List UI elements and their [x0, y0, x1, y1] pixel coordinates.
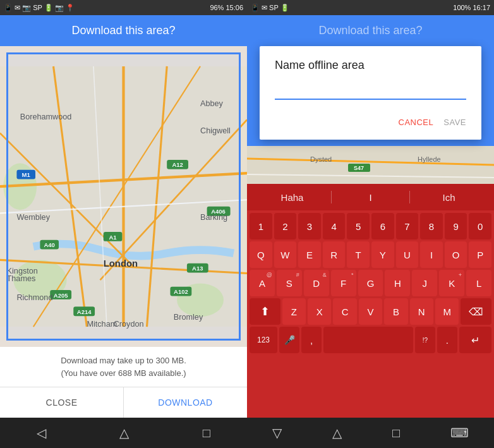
keyboard-nav-icon[interactable]: ⌨: [450, 425, 469, 440]
mic-key[interactable]: 🎤: [279, 327, 299, 353]
map-selection-box: [6, 52, 241, 341]
battery-left: 96%: [210, 4, 224, 11]
key-7[interactable]: 7: [396, 213, 419, 239]
recent-nav-icon[interactable]: □: [203, 426, 210, 440]
time-right: 16:17: [473, 4, 490, 11]
key-u[interactable]: U: [396, 241, 419, 268]
svg-text:Dysted: Dysted: [310, 155, 332, 163]
map-background: M1 A1 A12 A406 A40 A13 A205 A214 A102 Bo…: [0, 46, 247, 347]
back-nav-icon[interactable]: ◁: [37, 425, 46, 440]
suggestion-i[interactable]: I: [332, 192, 409, 203]
home-nav-icon[interactable]: △: [119, 425, 129, 440]
key-a[interactable]: @A: [250, 270, 275, 296]
download-info-line2: (You have over 688 MB available.): [10, 367, 237, 380]
key-s[interactable]: #S: [277, 270, 302, 296]
qwerty-row: Q W E R T Y U I O P: [250, 241, 491, 268]
close-button[interactable]: CLOSE: [0, 387, 124, 418]
key-d[interactable]: &D: [304, 270, 329, 296]
key-t[interactable]: T: [347, 241, 370, 268]
dialog-title: Name offline area: [275, 59, 466, 72]
key-o[interactable]: O: [445, 241, 467, 268]
suggestion-ich[interactable]: Ich: [410, 192, 488, 203]
right-panel: 📱 ✉ SP 🔋 100% 16:17 Download this area? …: [247, 0, 494, 448]
key-n[interactable]: N: [410, 298, 433, 325]
key-j[interactable]: J: [412, 270, 437, 296]
key-9[interactable]: 9: [445, 213, 467, 239]
key-4[interactable]: 4: [323, 213, 346, 239]
key-1[interactable]: 1: [250, 213, 272, 239]
map-glimpse-svg: Dysted Hyllede S47: [247, 146, 494, 184]
key-k[interactable]: +K: [439, 270, 464, 296]
period-key[interactable]: .: [437, 327, 457, 353]
key-z[interactable]: Z: [282, 298, 306, 325]
key-6[interactable]: 6: [371, 213, 394, 239]
key-e[interactable]: E: [298, 241, 321, 268]
key-g[interactable]: G: [358, 270, 383, 296]
key-l[interactable]: L: [466, 270, 491, 296]
key-i[interactable]: I: [420, 241, 443, 268]
time-left: 15:06: [226, 4, 243, 11]
home-nav-icon-right[interactable]: △: [332, 425, 342, 440]
left-status-icons: 📱 ✉ 📷 SP 🔋 📷 📍: [4, 4, 75, 12]
zxcv-row: ⬆ Z X C V B N M ⌫: [250, 298, 491, 325]
header-title-left: Download this area?: [10, 24, 237, 37]
suggestion-haha[interactable]: Haha: [253, 192, 331, 203]
key-b[interactable]: B: [384, 298, 407, 325]
key-q[interactable]: Q: [250, 241, 272, 268]
status-bar-left: 📱 ✉ 📷 SP 🔋 📷 📍 96% 15:06: [0, 0, 247, 15]
header-left: Download this area?: [0, 15, 247, 46]
space-key[interactable]: [323, 327, 413, 353]
recent-nav-icon-right[interactable]: □: [392, 426, 400, 440]
numbers-key[interactable]: 123: [250, 327, 277, 353]
key-8[interactable]: 8: [420, 213, 443, 239]
left-status-right: 📱 ✉ SP 🔋: [251, 4, 289, 12]
number-row: 1 2 3 4 5 6 7 8 9 0: [250, 213, 491, 239]
key-y[interactable]: Y: [371, 241, 394, 268]
key-w[interactable]: W: [274, 241, 297, 268]
backspace-key[interactable]: ⌫: [461, 298, 491, 325]
key-h[interactable]: H: [385, 270, 410, 296]
header-right: Download this area?: [247, 15, 494, 46]
enter-key[interactable]: ↵: [459, 327, 491, 353]
keyboard: 1 2 3 4 5 6 7 8 9 0 Q W E R T Y U I O P …: [247, 210, 494, 418]
cancel-button[interactable]: CANCEL: [399, 112, 434, 132]
key-2[interactable]: 2: [274, 213, 297, 239]
notification-icons: 📱 ✉ 📷 SP 🔋 📷 📍: [4, 4, 75, 12]
battery-right: 100%: [453, 4, 471, 11]
map-glimpse: Dysted Hyllede S47: [247, 146, 494, 184]
keyboard-suggestions: Haha I Ich: [247, 184, 494, 210]
offline-area-name-input[interactable]: [275, 82, 466, 100]
download-info-line1: Download may take up to 300 MB.: [10, 354, 237, 367]
svg-text:S47: S47: [354, 165, 364, 171]
key-0[interactable]: 0: [469, 213, 491, 239]
key-r[interactable]: R: [323, 241, 346, 268]
right-status-right: 100% 16:17: [453, 4, 490, 11]
comma-key[interactable]: ,: [301, 327, 322, 353]
key-c[interactable]: C: [333, 298, 356, 325]
download-button[interactable]: DOWNLOAD: [124, 387, 247, 418]
dialog-box: Name offline area CANCEL SAVE: [260, 46, 481, 140]
right-status-left: 96% 15:06: [210, 4, 243, 11]
nav-bar-left: ◁ △ □: [0, 418, 247, 448]
key-m[interactable]: M: [435, 298, 459, 325]
key-p[interactable]: P: [469, 241, 491, 268]
download-info: Download may take up to 300 MB. (You hav…: [0, 347, 247, 387]
punctuation-key[interactable]: !?: [415, 327, 435, 353]
bottom-row: 123 🎤 , !? . ↵: [250, 327, 491, 353]
key-5[interactable]: 5: [347, 213, 370, 239]
key-f[interactable]: *F: [331, 270, 356, 296]
app-icons-right: 📱 ✉ SP 🔋: [251, 4, 289, 11]
back-nav-icon-right[interactable]: ▽: [272, 425, 282, 440]
bottom-buttons-left: CLOSE DOWNLOAD: [0, 387, 247, 418]
key-3[interactable]: 3: [298, 213, 321, 239]
left-panel: 📱 ✉ 📷 SP 🔋 📷 📍 96% 15:06 Download this a…: [0, 0, 247, 448]
header-title-right: Download this area?: [257, 24, 484, 37]
save-button[interactable]: SAVE: [443, 112, 466, 132]
dialog-area: Name offline area CANCEL SAVE: [247, 46, 494, 146]
key-x[interactable]: X: [308, 298, 331, 325]
shift-key[interactable]: ⬆: [250, 298, 280, 325]
svg-text:Hyllede: Hyllede: [418, 155, 441, 163]
nav-bar-right: ▽ △ □ ⌨: [247, 418, 494, 448]
map-container-left: M1 A1 A12 A406 A40 A13 A205 A214 A102 Bo…: [0, 46, 247, 347]
key-v[interactable]: V: [359, 298, 382, 325]
